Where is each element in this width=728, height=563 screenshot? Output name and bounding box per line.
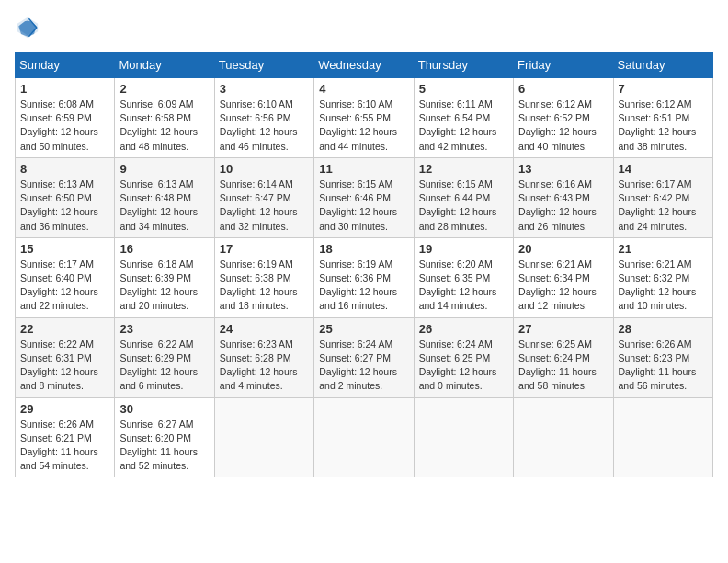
day-info: Sunrise: 6:19 AM Sunset: 6:38 PM Dayligh…: [220, 258, 309, 314]
calendar-cell: [613, 397, 712, 477]
day-number: 13: [518, 162, 608, 176]
day-number: 23: [119, 322, 209, 336]
day-number: 21: [619, 242, 708, 256]
day-number: 4: [319, 82, 408, 96]
day-number: 27: [518, 322, 608, 336]
calendar-cell: 15 Sunrise: 6:17 AM Sunset: 6:40 PM Dayl…: [16, 237, 115, 317]
calendar-week: 8 Sunrise: 6:13 AM Sunset: 6:50 PM Dayli…: [16, 157, 713, 237]
calendar-cell: 30 Sunrise: 6:27 AM Sunset: 6:20 PM Dayl…: [115, 397, 214, 477]
calendar-cell: 17 Sunrise: 6:19 AM Sunset: 6:38 PM Dayl…: [214, 237, 313, 317]
calendar-cell: 14 Sunrise: 6:17 AM Sunset: 6:42 PM Dayl…: [613, 157, 712, 237]
calendar-cell: 22 Sunrise: 6:22 AM Sunset: 6:31 PM Dayl…: [16, 317, 115, 397]
day-info: Sunrise: 6:16 AM Sunset: 6:43 PM Dayligh…: [518, 178, 608, 234]
calendar-cell: [414, 397, 513, 477]
day-info: Sunrise: 6:22 AM Sunset: 6:29 PM Dayligh…: [119, 338, 209, 394]
day-number: 14: [619, 162, 708, 176]
day-of-week-header: Sunday: [16, 52, 115, 78]
calendar-cell: 5 Sunrise: 6:11 AM Sunset: 6:54 PM Dayli…: [414, 78, 513, 158]
day-info: Sunrise: 6:11 AM Sunset: 6:54 PM Dayligh…: [419, 98, 508, 154]
day-of-week-header: Saturday: [613, 52, 712, 78]
day-number: 25: [319, 322, 408, 336]
day-number: 28: [619, 322, 708, 336]
calendar-week: 15 Sunrise: 6:17 AM Sunset: 6:40 PM Dayl…: [16, 237, 713, 317]
day-info: Sunrise: 6:12 AM Sunset: 6:51 PM Dayligh…: [619, 98, 708, 154]
day-number: 3: [220, 82, 309, 96]
day-of-week-header: Monday: [115, 52, 214, 78]
day-info: Sunrise: 6:18 AM Sunset: 6:39 PM Dayligh…: [119, 258, 209, 314]
calendar-cell: 24 Sunrise: 6:23 AM Sunset: 6:28 PM Dayl…: [214, 317, 313, 397]
day-number: 20: [518, 242, 608, 256]
day-number: 18: [319, 242, 408, 256]
header-row: SundayMondayTuesdayWednesdayThursdayFrid…: [16, 52, 713, 78]
day-info: Sunrise: 6:21 AM Sunset: 6:32 PM Dayligh…: [619, 258, 708, 314]
day-info: Sunrise: 6:23 AM Sunset: 6:28 PM Dayligh…: [220, 338, 309, 394]
day-info: Sunrise: 6:25 AM Sunset: 6:24 PM Dayligh…: [518, 338, 608, 394]
page-header: [15, 15, 713, 40]
calendar-cell: 27 Sunrise: 6:25 AM Sunset: 6:24 PM Dayl…: [514, 317, 613, 397]
day-info: Sunrise: 6:19 AM Sunset: 6:36 PM Dayligh…: [319, 258, 408, 314]
day-number: 30: [119, 402, 209, 416]
day-number: 5: [419, 82, 508, 96]
day-info: Sunrise: 6:21 AM Sunset: 6:34 PM Dayligh…: [518, 258, 608, 314]
day-number: 8: [20, 162, 109, 176]
calendar-cell: 23 Sunrise: 6:22 AM Sunset: 6:29 PM Dayl…: [115, 317, 214, 397]
day-number: 17: [220, 242, 309, 256]
day-info: Sunrise: 6:08 AM Sunset: 6:59 PM Dayligh…: [20, 98, 109, 154]
calendar-cell: 7 Sunrise: 6:12 AM Sunset: 6:51 PM Dayli…: [613, 78, 712, 158]
day-info: Sunrise: 6:22 AM Sunset: 6:31 PM Dayligh…: [20, 338, 109, 394]
calendar-cell: 25 Sunrise: 6:24 AM Sunset: 6:27 PM Dayl…: [314, 317, 414, 397]
day-info: Sunrise: 6:09 AM Sunset: 6:58 PM Dayligh…: [119, 98, 209, 154]
logo-icon: [15, 15, 40, 40]
calendar-cell: 4 Sunrise: 6:10 AM Sunset: 6:55 PM Dayli…: [314, 78, 414, 158]
day-number: 7: [619, 82, 708, 96]
calendar-week: 29 Sunrise: 6:26 AM Sunset: 6:21 PM Dayl…: [16, 397, 713, 477]
calendar-cell: 8 Sunrise: 6:13 AM Sunset: 6:50 PM Dayli…: [16, 157, 115, 237]
logo: [15, 15, 44, 40]
day-info: Sunrise: 6:10 AM Sunset: 6:55 PM Dayligh…: [319, 98, 408, 154]
day-number: 24: [220, 322, 309, 336]
day-number: 11: [319, 162, 408, 176]
calendar-week: 22 Sunrise: 6:22 AM Sunset: 6:31 PM Dayl…: [16, 317, 713, 397]
day-info: Sunrise: 6:13 AM Sunset: 6:48 PM Dayligh…: [119, 178, 209, 234]
day-of-week-header: Wednesday: [314, 52, 414, 78]
day-number: 9: [119, 162, 209, 176]
day-info: Sunrise: 6:14 AM Sunset: 6:47 PM Dayligh…: [220, 178, 309, 234]
calendar-cell: 19 Sunrise: 6:20 AM Sunset: 6:35 PM Dayl…: [414, 237, 513, 317]
day-number: 6: [518, 82, 608, 96]
day-number: 29: [20, 402, 109, 416]
calendar-week: 1 Sunrise: 6:08 AM Sunset: 6:59 PM Dayli…: [16, 78, 713, 158]
calendar-cell: 16 Sunrise: 6:18 AM Sunset: 6:39 PM Dayl…: [115, 237, 214, 317]
calendar-cell: 13 Sunrise: 6:16 AM Sunset: 6:43 PM Dayl…: [514, 157, 613, 237]
calendar-cell: 12 Sunrise: 6:15 AM Sunset: 6:44 PM Dayl…: [414, 157, 513, 237]
day-info: Sunrise: 6:26 AM Sunset: 6:21 PM Dayligh…: [20, 418, 109, 474]
calendar-cell: 29 Sunrise: 6:26 AM Sunset: 6:21 PM Dayl…: [16, 397, 115, 477]
calendar-cell: [514, 397, 613, 477]
day-info: Sunrise: 6:10 AM Sunset: 6:56 PM Dayligh…: [220, 98, 309, 154]
day-info: Sunrise: 6:13 AM Sunset: 6:50 PM Dayligh…: [20, 178, 109, 234]
day-number: 26: [419, 322, 508, 336]
day-number: 1: [20, 82, 109, 96]
calendar-cell: 9 Sunrise: 6:13 AM Sunset: 6:48 PM Dayli…: [115, 157, 214, 237]
day-number: 15: [20, 242, 109, 256]
calendar-cell: 18 Sunrise: 6:19 AM Sunset: 6:36 PM Dayl…: [314, 237, 414, 317]
calendar-cell: 11 Sunrise: 6:15 AM Sunset: 6:46 PM Dayl…: [314, 157, 414, 237]
calendar-header: SundayMondayTuesdayWednesdayThursdayFrid…: [16, 52, 713, 78]
calendar-cell: [314, 397, 414, 477]
day-info: Sunrise: 6:17 AM Sunset: 6:40 PM Dayligh…: [20, 258, 109, 314]
calendar-cell: 3 Sunrise: 6:10 AM Sunset: 6:56 PM Dayli…: [214, 78, 313, 158]
day-info: Sunrise: 6:24 AM Sunset: 6:27 PM Dayligh…: [319, 338, 408, 394]
day-info: Sunrise: 6:20 AM Sunset: 6:35 PM Dayligh…: [419, 258, 508, 314]
day-number: 16: [119, 242, 209, 256]
calendar-cell: 21 Sunrise: 6:21 AM Sunset: 6:32 PM Dayl…: [613, 237, 712, 317]
day-info: Sunrise: 6:27 AM Sunset: 6:20 PM Dayligh…: [119, 418, 209, 474]
day-of-week-header: Tuesday: [214, 52, 313, 78]
calendar-cell: [214, 397, 313, 477]
calendar-cell: 26 Sunrise: 6:24 AM Sunset: 6:25 PM Dayl…: [414, 317, 513, 397]
calendar-cell: 28 Sunrise: 6:26 AM Sunset: 6:23 PM Dayl…: [613, 317, 712, 397]
calendar-cell: 2 Sunrise: 6:09 AM Sunset: 6:58 PM Dayli…: [115, 78, 214, 158]
day-number: 22: [20, 322, 109, 336]
day-info: Sunrise: 6:12 AM Sunset: 6:52 PM Dayligh…: [518, 98, 608, 154]
calendar-cell: 20 Sunrise: 6:21 AM Sunset: 6:34 PM Dayl…: [514, 237, 613, 317]
day-info: Sunrise: 6:26 AM Sunset: 6:23 PM Dayligh…: [619, 338, 708, 394]
calendar-cell: 10 Sunrise: 6:14 AM Sunset: 6:47 PM Dayl…: [214, 157, 313, 237]
